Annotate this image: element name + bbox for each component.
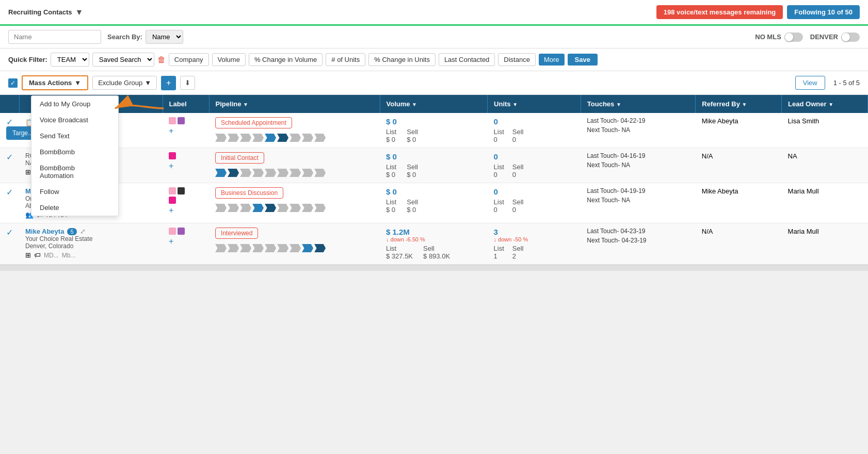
- row2-units-sub: List0 Sell0: [494, 163, 575, 179]
- row4-volume-change: ↓ down -6.50 %: [386, 236, 481, 242]
- row3-label-add[interactable]: +: [169, 206, 203, 215]
- search-by-group: Search By: Name: [107, 30, 183, 44]
- row1-pipeline-arrows: [215, 134, 374, 142]
- row4-badge: 5: [67, 228, 76, 235]
- table-row: ✓ Mike Abeyta 5 ⤢ Your Choice Real Estat…: [0, 223, 868, 265]
- change-volume-filter-btn[interactable]: % Change in Volume: [249, 53, 323, 66]
- more-filter-btn[interactable]: More: [539, 54, 565, 66]
- arr-r3-1: [215, 204, 227, 212]
- trash-icon[interactable]: 🗑: [157, 55, 166, 64]
- arr-r3-7: [290, 204, 301, 212]
- row2-volume: $ 0 List$ 0 Sell$ 0: [380, 148, 488, 183]
- row2-referred: N/A: [696, 148, 782, 183]
- col-pipeline[interactable]: Pipeline ▼: [209, 95, 380, 113]
- row3-next-touch: Next Touch- NA: [587, 197, 689, 204]
- menu-item-bombbomb-automation[interactable]: BombBombAutomation: [31, 160, 118, 184]
- mls-toggles: NO MLS DENVER: [755, 33, 860, 42]
- arr-r4-9: [314, 244, 326, 252]
- row1-dots: [169, 117, 203, 124]
- menu-item-follow[interactable]: Follow: [31, 184, 118, 200]
- row3-pipeline-arrows: [215, 204, 374, 212]
- col-touches[interactable]: Touches ▼: [581, 95, 695, 113]
- row4-label-add[interactable]: +: [169, 237, 203, 246]
- col-units[interactable]: Units ▼: [488, 95, 581, 113]
- horizontal-scrollbar[interactable]: [0, 265, 868, 271]
- arr-r4-2: [228, 244, 239, 252]
- row1-pipeline-badge: Scheduled Appointment: [215, 117, 292, 128]
- pagination-text: 1 - 5 of 5: [833, 79, 860, 87]
- exclude-group-button[interactable]: Exclude Group ▼: [92, 76, 157, 90]
- row2-check[interactable]: ✓: [0, 148, 19, 183]
- row4-vol-list: List$ 327.5K: [386, 245, 413, 260]
- row4-touches: Last Touch- 04-23-19 Next Touch- 04-23-1…: [581, 223, 695, 265]
- title-dropdown-arrow[interactable]: ▼: [75, 8, 84, 17]
- search-by-select[interactable]: Name: [146, 30, 183, 44]
- col-owner[interactable]: Lead Owner ▼: [782, 95, 868, 113]
- col-referred[interactable]: Referred By ▼: [696, 95, 782, 113]
- units-filter-btn[interactable]: # of Units: [326, 53, 365, 66]
- download-button[interactable]: ⬇: [180, 76, 195, 90]
- menu-item-bombbomb[interactable]: BombBomb: [31, 144, 118, 160]
- row3-volume-sub: List$ 0 Sell$ 0: [386, 198, 481, 214]
- quick-filter-bar: Quick Filter: TEAM Saved Search 🗑 Compan…: [0, 48, 868, 71]
- view-button[interactable]: View: [795, 76, 825, 90]
- arr-r2-5: [265, 169, 276, 177]
- row4-na2: Mb...: [62, 252, 76, 259]
- search-input[interactable]: [8, 30, 101, 44]
- row3-check[interactable]: ✓: [0, 183, 19, 223]
- row1-label-add[interactable]: +: [169, 126, 203, 136]
- menu-item-send-text[interactable]: Send Text: [31, 128, 118, 144]
- arr7: [290, 134, 301, 142]
- row2-pipeline-arrows: [215, 169, 374, 177]
- arr-r2-7: [290, 169, 301, 177]
- denver-toggle[interactable]: [841, 33, 860, 42]
- row3-dots: [169, 187, 203, 194]
- arr-r4-8: [302, 244, 313, 252]
- no-mls-toggle-group: NO MLS: [755, 33, 803, 42]
- menu-item-add-to-group[interactable]: Add to My Group: [31, 96, 118, 112]
- row3-last-touch: Last Touch- 04-19-19: [587, 187, 689, 194]
- arr-r2-6: [277, 169, 288, 177]
- row2-dot1: [169, 152, 176, 159]
- row3-units-main: 0: [494, 187, 575, 196]
- table-row: ✓ Maria Mull 9 ⤢ OnTask Recruiter Abbevi…: [0, 183, 868, 223]
- saved-search-select[interactable]: Saved Search: [92, 53, 154, 67]
- row4-pipeline-badge: Interviewed: [215, 228, 258, 239]
- quick-filter-label: Quick Filter:: [8, 56, 47, 63]
- row2-pipeline-badge: Initial Contact: [215, 152, 264, 164]
- row4-contact: Mike Abeyta 5 ⤢ Your Choice Real Estate …: [19, 223, 163, 265]
- row2-units-list: List0: [494, 163, 504, 179]
- row2-units-sell: Sell0: [512, 163, 524, 179]
- following-badge: Following 10 of 50: [787, 5, 860, 19]
- arr-r4-6: [277, 244, 288, 252]
- col-volume[interactable]: Volume ▼: [380, 95, 488, 113]
- last-contacted-filter-btn[interactable]: Last Contacted: [439, 53, 495, 66]
- row4-units-list: List1: [494, 245, 504, 260]
- select-all-checkbox[interactable]: [8, 78, 18, 88]
- row1-units-main: 0: [494, 117, 575, 126]
- row1-pipeline: Scheduled Appointment: [209, 113, 380, 148]
- arr1: [215, 134, 227, 142]
- row1-units-sell: Sell0: [512, 128, 524, 143]
- company-filter-btn[interactable]: Company: [169, 53, 209, 66]
- arr-r3-4: [252, 204, 264, 212]
- row2-next-touch: Next Touch- NA: [587, 161, 689, 169]
- menu-item-voice-broadcast[interactable]: Voice Broadcast: [31, 112, 118, 128]
- row2-label-add[interactable]: +: [169, 161, 203, 171]
- add-button[interactable]: +: [161, 76, 176, 90]
- row4-name[interactable]: Mike Abeyta: [25, 228, 64, 235]
- row4-label: +: [163, 223, 209, 265]
- change-units-filter-btn[interactable]: % Change in Units: [368, 53, 436, 66]
- row4-share-icon[interactable]: ⤢: [80, 228, 86, 235]
- mass-actions-button[interactable]: Mass Actions ▼: [22, 75, 88, 90]
- menu-item-delete[interactable]: Delete: [31, 200, 118, 216]
- arr-r4-4: [252, 244, 264, 252]
- distance-filter-btn[interactable]: Distance: [498, 53, 536, 66]
- no-mls-toggle[interactable]: [784, 33, 803, 42]
- row2-touches: Last Touch- 04-16-19 Next Touch- NA: [581, 148, 695, 183]
- team-select[interactable]: TEAM: [51, 53, 89, 67]
- row4-check[interactable]: ✓: [0, 223, 19, 265]
- no-mls-label: NO MLS: [755, 33, 781, 41]
- save-filter-btn[interactable]: Save: [568, 54, 598, 66]
- volume-filter-btn[interactable]: Volume: [212, 53, 246, 66]
